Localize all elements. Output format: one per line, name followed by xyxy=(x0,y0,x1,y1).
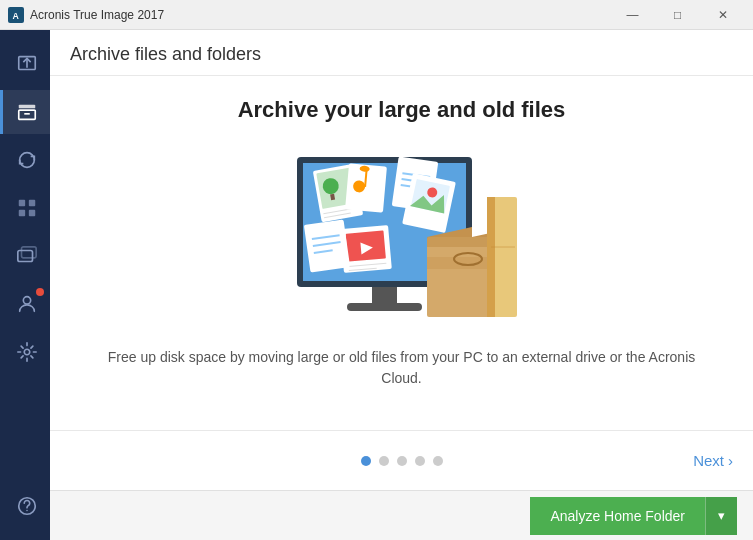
pagination-dots xyxy=(291,456,512,466)
close-button[interactable]: ✕ xyxy=(700,0,745,30)
app-body: Archive files and folders Archive your l… xyxy=(0,30,753,540)
account-badge xyxy=(36,288,44,296)
sidebar-item-settings[interactable] xyxy=(0,330,50,374)
main-area: Archive your large and old files xyxy=(50,76,753,430)
sidebar-item-tools[interactable] xyxy=(0,186,50,230)
account-icon xyxy=(16,293,38,315)
svg-rect-10 xyxy=(28,210,34,216)
sidebar-item-help[interactable] xyxy=(0,484,50,528)
app-title: Acronis True Image 2017 xyxy=(30,8,610,22)
svg-point-16 xyxy=(26,510,27,511)
minimize-button[interactable]: — xyxy=(610,0,655,30)
settings-icon xyxy=(16,341,38,363)
svg-rect-12 xyxy=(21,247,36,258)
analyze-container: Analyze Home Folder ▾ xyxy=(530,497,737,535)
maximize-button[interactable]: □ xyxy=(655,0,700,30)
main-title: Archive your large and old files xyxy=(238,97,566,123)
sync-icon xyxy=(16,149,38,171)
bottom-bar: Analyze Home Folder ▾ xyxy=(50,490,753,540)
svg-rect-11 xyxy=(17,251,32,262)
help-icon xyxy=(16,495,38,517)
svg-rect-9 xyxy=(18,210,24,216)
tools-icon xyxy=(16,197,38,219)
main-description: Free up disk space by moving large or ol… xyxy=(102,347,702,389)
svg-rect-5 xyxy=(18,110,35,119)
dropdown-icon: ▾ xyxy=(718,508,725,523)
archive-icon xyxy=(16,101,38,123)
next-icon: › xyxy=(728,452,733,469)
sidebar-item-clone[interactable] xyxy=(0,234,50,278)
analyze-button[interactable]: Analyze Home Folder xyxy=(530,497,705,535)
clone-icon xyxy=(16,245,38,267)
window-controls: — □ ✕ xyxy=(610,0,745,30)
sidebar-item-backup[interactable] xyxy=(0,42,50,86)
dot-4[interactable] xyxy=(415,456,425,466)
svg-text:A: A xyxy=(13,10,20,20)
next-button[interactable]: Next › xyxy=(693,452,733,469)
sidebar-item-archive[interactable] xyxy=(0,90,50,134)
svg-rect-8 xyxy=(28,200,34,206)
sidebar-item-account[interactable] xyxy=(0,282,50,326)
sidebar-item-sync[interactable] xyxy=(0,138,50,182)
page-title: Archive files and folders xyxy=(70,44,733,65)
svg-rect-47 xyxy=(347,303,422,311)
backup-icon xyxy=(16,53,38,75)
dot-3[interactable] xyxy=(397,456,407,466)
analyze-dropdown-button[interactable]: ▾ xyxy=(705,497,737,535)
footer: Next › xyxy=(50,430,753,490)
dot-5[interactable] xyxy=(433,456,443,466)
svg-rect-4 xyxy=(18,105,35,109)
svg-rect-7 xyxy=(18,200,24,206)
sidebar xyxy=(0,30,50,540)
next-label: Next xyxy=(693,452,724,469)
svg-rect-46 xyxy=(372,287,397,305)
dot-1[interactable] xyxy=(361,456,371,466)
dot-2[interactable] xyxy=(379,456,389,466)
app-icon: A xyxy=(8,7,24,23)
content-area: Archive files and folders Archive your l… xyxy=(50,30,753,540)
footer-right: Next › xyxy=(512,452,733,469)
analyze-label: Analyze Home Folder xyxy=(550,508,685,524)
svg-rect-42 xyxy=(303,219,349,272)
content-header: Archive files and folders xyxy=(50,30,753,76)
svg-point-14 xyxy=(24,349,30,355)
titlebar: A Acronis True Image 2017 — □ ✕ xyxy=(0,0,753,30)
svg-point-13 xyxy=(23,297,30,304)
illustration xyxy=(287,147,517,347)
svg-rect-55 xyxy=(487,197,495,317)
